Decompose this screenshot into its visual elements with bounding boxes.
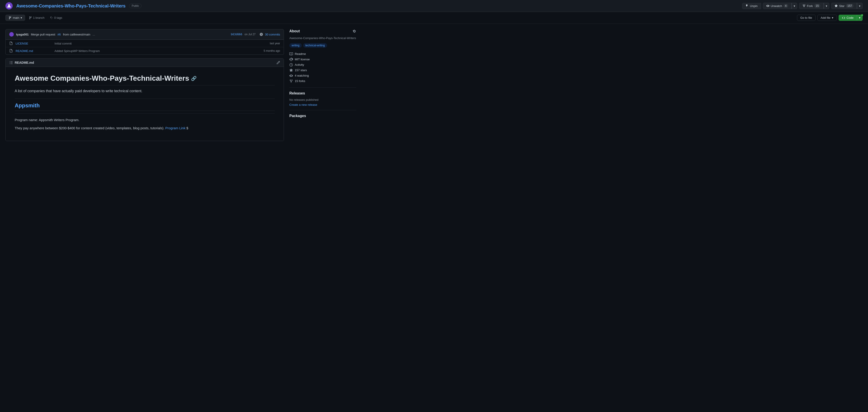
forks-label: 15 forks <box>295 79 305 83</box>
star-count: 157 <box>846 4 854 8</box>
code-icon <box>842 16 845 20</box>
unpin-label: Unpin <box>750 4 758 8</box>
create-release-link[interactable]: Create a new release <box>289 103 317 106</box>
sidebar-about-header: About <box>289 29 356 33</box>
go-to-file-button[interactable]: Go to file <box>797 15 815 21</box>
file-name-license[interactable]: LICENSE <box>16 42 52 45</box>
readme-description: A list of companies that have actually p… <box>15 88 275 94</box>
commit-message: Merge pull request <box>31 33 55 36</box>
unpin-button[interactable]: Unpin <box>742 3 761 9</box>
star-group: Star 157 ▾ <box>831 3 863 9</box>
branches-icon <box>29 16 32 20</box>
branch-count-label: 1 branch <box>33 16 44 20</box>
sidebar-stars-link[interactable]: 157 stars <box>289 68 356 73</box>
table-row: LICENSE Initial commit last year <box>6 39 284 47</box>
clock-icon <box>260 33 263 36</box>
commit-bar: tyaga001 Merge pull request #6 from cail… <box>5 29 284 39</box>
file-icon <box>9 41 13 45</box>
readme-program-link[interactable]: Program Link <box>165 126 185 130</box>
packages-header: Packages <box>289 114 356 118</box>
tag-count-pill[interactable]: 0 tags <box>48 15 64 20</box>
sub-nav: main ▾ 1 branch 0 tags Go to file Add fi… <box>0 12 868 24</box>
edit-icon[interactable] <box>276 61 280 64</box>
star-icon <box>835 4 838 7</box>
list-icon <box>9 61 13 64</box>
sidebar-forks-link[interactable]: 15 forks <box>289 78 356 84</box>
go-to-file-label: Go to file <box>800 16 812 20</box>
unwatch-label: Unwatch <box>771 4 782 8</box>
tag-icon <box>50 16 53 20</box>
branch-count-pill[interactable]: 1 branch <box>27 15 46 20</box>
readme-filename: README.md <box>15 61 275 64</box>
file-commit-readme: Added SpinupWP Writers Program <box>55 49 261 53</box>
file-date-license: last year <box>270 42 280 45</box>
add-file-label: Add file <box>821 16 831 20</box>
commit-author[interactable]: tyaga001 <box>16 33 29 36</box>
file-commit-license: Initial commit <box>55 42 267 45</box>
unwatch-group: Unwatch 4 ▾ <box>763 3 797 9</box>
sidebar-readme-link[interactable]: Readme <box>289 51 356 57</box>
star-dropdown-button[interactable]: ▾ <box>857 3 863 9</box>
sidebar-activity-link[interactable]: Activity <box>289 62 356 68</box>
fork-count: 15 <box>814 4 820 8</box>
commits-count[interactable]: 30 commits <box>265 33 280 36</box>
branch-selector[interactable]: main ▾ <box>5 15 25 21</box>
fork-icon <box>802 4 806 7</box>
commit-hash[interactable]: b63d666 <box>231 33 242 36</box>
activity-icon <box>289 63 293 67</box>
repo-title[interactable]: Awesome-Companies-Who-Pays-Technical-Wri… <box>16 3 125 8</box>
file-date-readme: 5 months ago <box>264 49 280 53</box>
fork-label: Fork <box>807 4 813 8</box>
add-file-button[interactable]: Add file ▾ <box>817 15 837 21</box>
sidebar: About Awesome-Companies-Who-Pays-Technic… <box>289 29 356 141</box>
stars-icon <box>289 68 293 72</box>
releases-title: Releases <box>289 91 305 95</box>
book-icon <box>289 52 293 56</box>
readme-p2-start: They pay anywhere between $200-$400 for … <box>15 126 164 130</box>
star-label: Star <box>839 4 844 8</box>
readme-label: Readme <box>295 52 306 56</box>
unpin-group: Unpin <box>742 3 761 9</box>
gear-icon[interactable] <box>352 29 356 33</box>
code-button[interactable]: Code <box>839 15 857 21</box>
sub-nav-actions: Go to file Add file ▾ Code ▾ <box>797 15 863 21</box>
commit-dots: ... <box>92 33 95 36</box>
top-bar: Awesome-Companies-Who-Pays-Technical-Wri… <box>0 0 868 12</box>
readme-link-icon: 🔗 <box>191 76 197 81</box>
fork-dropdown-button[interactable]: ▾ <box>824 3 829 9</box>
unwatch-dropdown-button[interactable]: ▾ <box>792 3 797 9</box>
readme-section-p1: Program name: Appsmith Writers Program. <box>15 117 275 123</box>
sidebar-license-link[interactable]: MIT license <box>289 57 356 62</box>
forks-icon <box>289 79 293 83</box>
activity-label: Activity <box>295 63 304 66</box>
tag-technical-writing[interactable]: technical-writing <box>303 43 327 48</box>
readme-header: README.md <box>6 59 284 67</box>
fork-group: Fork 15 ▾ <box>799 3 829 9</box>
releases-header: Releases <box>289 91 356 95</box>
watching-icon <box>289 74 293 77</box>
unwatch-count: 4 <box>783 4 788 8</box>
eye-icon <box>766 4 770 7</box>
commit-date: on Jul 27 <box>245 33 256 36</box>
license-label: MIT license <box>295 58 310 61</box>
sidebar-watching-link[interactable]: 4 watching <box>289 73 356 78</box>
commit-from-text: from cailliewest/main <box>63 33 90 36</box>
file-name-readme[interactable]: README.md <box>16 49 52 53</box>
sidebar-about-title: About <box>289 29 300 33</box>
star-button[interactable]: Star 157 <box>831 3 857 9</box>
pin-icon <box>745 4 749 7</box>
branch-label: main <box>13 16 19 20</box>
releases-section: Releases No releases published Create a … <box>289 91 356 106</box>
tag-count-label: 0 tags <box>54 16 62 20</box>
tag-writing[interactable]: writing <box>289 43 302 48</box>
commit-pr-link[interactable]: #6 <box>57 33 61 36</box>
watching-label: 4 watching <box>295 74 309 77</box>
sidebar-tags: writing technical-writing <box>289 43 356 48</box>
add-file-group: Add file ▾ <box>817 15 837 21</box>
packages-section: Packages <box>289 114 356 118</box>
code-group: Code ▾ <box>839 15 863 21</box>
main-layout: tyaga001 Merge pull request #6 from cail… <box>0 24 362 147</box>
unwatch-button[interactable]: Unwatch 4 <box>763 3 792 9</box>
fork-button[interactable]: Fork 15 <box>799 3 824 9</box>
content-area: tyaga001 Merge pull request #6 from cail… <box>5 29 284 141</box>
